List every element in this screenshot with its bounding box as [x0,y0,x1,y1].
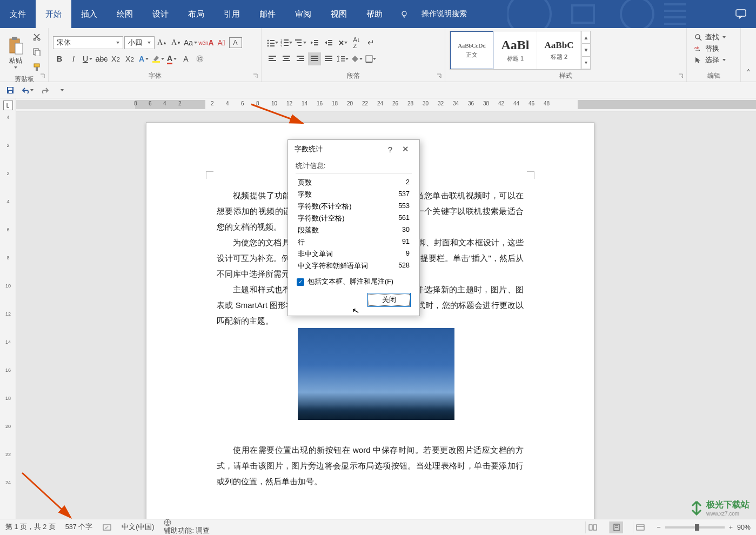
read-mode-button[interactable] [585,521,599,533]
style-heading2[interactable]: AaBbC 标题 2 [538,31,581,69]
dialog-close-icon[interactable]: ✕ [398,144,413,154]
italic-button[interactable]: I [67,52,80,65]
align-right-button[interactable] [294,52,307,65]
embedded-image[interactable] [298,328,454,420]
tab-help[interactable]: 帮助 [357,0,392,28]
zoom-slider[interactable] [665,526,725,529]
styles-launcher-icon[interactable] [678,73,685,80]
zoom-level[interactable]: 90% [737,524,751,531]
font-color-button[interactable]: A [165,52,178,65]
asian-layout-button[interactable]: ✕ [336,36,349,49]
format-painter-button[interactable] [30,61,43,73]
numbering-button[interactable]: 123 [280,36,293,49]
redo-button[interactable] [39,84,51,96]
vertical-ruler[interactable]: L 4224681012141618202224 [0,98,16,519]
highlight-button[interactable] [151,52,164,65]
increase-indent-button[interactable] [322,36,335,49]
dialog-help-button[interactable]: ? [383,145,398,154]
watermark: 极光下载站 www.xz7.com [689,499,750,517]
paste-button[interactable]: 粘贴 [4,30,27,73]
tab-view[interactable]: 视图 [321,0,357,28]
svg-rect-48 [325,58,332,59]
align-justify-button[interactable] [308,52,321,65]
svg-rect-51 [341,58,345,59]
tab-home[interactable]: 开始 [36,0,71,28]
sort-button[interactable]: A↓Z [350,36,363,49]
character-border-button[interactable]: A [229,37,242,48]
tab-stop-selector[interactable]: L [3,101,13,110]
bold-button[interactable]: B [53,52,66,65]
spellcheck-icon[interactable] [102,524,112,531]
tab-draw[interactable]: 绘图 [107,0,143,28]
change-case-button[interactable]: Aa [184,36,197,49]
svg-rect-6 [15,43,23,54]
svg-rect-11 [34,64,39,67]
grow-font-button[interactable]: A▲ [156,36,169,49]
tab-design[interactable]: 设计 [143,0,178,28]
clipboard-launcher-icon[interactable] [40,73,46,80]
style-normal[interactable]: AaBbCcDd 正文 [450,31,493,69]
gallery-more-icon[interactable]: ▾ [582,57,590,69]
svg-rect-31 [314,44,318,45]
show-marks-button[interactable]: ↵ [364,36,377,49]
decrease-indent-button[interactable] [308,36,321,49]
collapse-ribbon-button[interactable]: ˄ [741,28,756,82]
align-left-button[interactable] [266,52,279,65]
font-launcher-icon[interactable] [253,73,259,80]
svg-rect-27 [297,42,302,43]
enclose-characters-button[interactable]: ㊕ [193,52,206,65]
styles-gallery[interactable]: AaBbCcDd 正文 AaBl 标题 1 AaBbC 标题 2 ▲ ▼ ▾ [450,31,591,70]
bullets-button[interactable] [266,36,279,49]
svg-point-16 [267,43,269,44]
undo-button[interactable] [22,84,34,96]
horizontal-ruler[interactable]: 8642246810121416182022242628303234363842… [16,98,756,111]
qat-customize-button[interactable] [56,84,68,96]
font-group-label: 字体 [53,70,257,82]
distributed-button[interactable] [322,52,335,65]
align-center-button[interactable] [280,52,293,65]
style-heading1[interactable]: AaBl 标题 1 [494,31,537,69]
language-indicator[interactable]: 中文(中国) [122,523,154,532]
copy-button[interactable] [30,45,43,58]
tell-me-search[interactable]: 操作说明搜索 [412,0,477,28]
gallery-down-icon[interactable]: ▼ [582,44,590,56]
line-spacing-button[interactable] [336,52,349,65]
zoom-in-button[interactable]: + [729,524,733,531]
find-button[interactable]: 查找 [694,32,733,42]
zoom-out-button[interactable]: − [657,524,660,531]
tab-references[interactable]: 引用 [214,0,250,28]
paragraph-launcher-icon[interactable] [437,73,443,80]
character-shading-button[interactable]: A [179,52,192,65]
include-textboxes-checkbox[interactable]: ✓ [297,278,304,286]
web-layout-button[interactable] [633,521,647,533]
font-name-select[interactable]: 宋体 [53,36,123,49]
comments-icon[interactable] [735,9,746,19]
superscript-button[interactable]: X2 [123,52,136,65]
subscript-button[interactable]: X2 [109,52,122,65]
underline-button[interactable]: U [81,52,94,65]
svg-rect-45 [311,58,318,59]
print-layout-button[interactable] [609,521,623,533]
tab-file[interactable]: 文件 [0,0,36,28]
shrink-font-button[interactable]: A▼ [170,36,183,49]
gallery-up-icon[interactable]: ▲ [582,31,590,44]
text-effects-button[interactable]: A [137,52,150,65]
replace-button[interactable]: ab替换 [694,44,733,54]
cut-button[interactable] [30,30,43,43]
strikethrough-button[interactable]: abc [95,52,108,65]
tab-review[interactable]: 审阅 [285,0,321,28]
save-button[interactable] [4,84,16,96]
tab-layout[interactable]: 布局 [178,0,214,28]
svg-rect-30 [314,42,318,43]
multilevel-list-button[interactable] [294,36,307,49]
shading-button[interactable] [350,52,363,65]
tab-mailings[interactable]: 邮件 [250,0,285,28]
phonetic-guide-button[interactable]: wénA [198,36,213,49]
dialog-close-button[interactable]: 关闭 [367,293,411,307]
borders-button[interactable] [364,52,377,65]
clear-formatting-button[interactable]: A⃠ [215,36,228,49]
select-button[interactable]: 选择 [694,55,733,65]
accessibility-indicator[interactable]: 辅助功能: 调查 [164,519,210,535]
tab-insert[interactable]: 插入 [71,0,107,28]
font-size-select[interactable]: 小四 [124,36,155,49]
